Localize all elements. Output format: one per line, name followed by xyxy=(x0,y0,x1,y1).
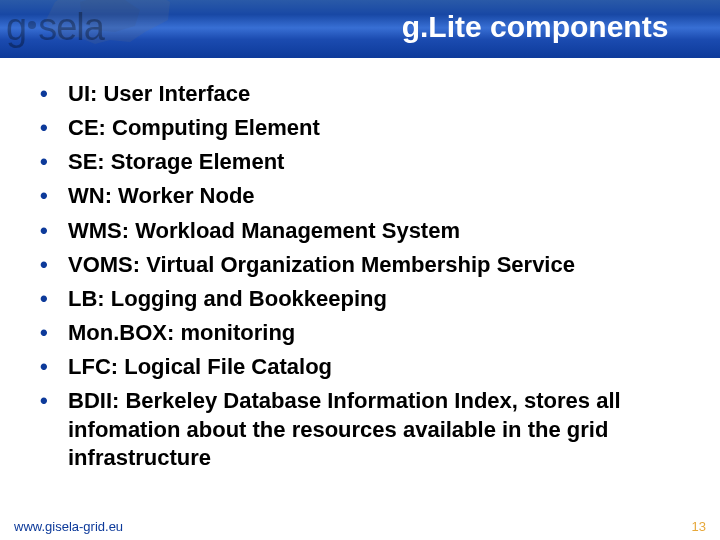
list-item: •Mon.BOX: monitoring xyxy=(40,319,690,347)
bullet-icon: • xyxy=(40,114,68,142)
list-item: •WMS: Workload Management System xyxy=(40,217,690,245)
bullet-icon: • xyxy=(40,285,68,313)
bullet-icon: • xyxy=(40,182,68,210)
list-item-text: Mon.BOX: monitoring xyxy=(68,319,690,347)
bullet-icon: • xyxy=(40,148,68,176)
slide: g s ela g.Lite components •UI: User Inte… xyxy=(0,0,720,540)
footer-url: www.gisela-grid.eu xyxy=(14,519,123,534)
logo-text-left: g xyxy=(6,8,26,46)
slide-footer: www.gisela-grid.eu 13 xyxy=(0,512,720,540)
list-item-text: UI: User Interface xyxy=(68,80,690,108)
logo: g s ela xyxy=(0,0,170,58)
page-title: g.Lite components xyxy=(360,10,710,44)
list-item-text: SE: Storage Element xyxy=(68,148,690,176)
footer-page-number: 13 xyxy=(692,519,706,534)
list-item: •BDII: Berkeley Database Information Ind… xyxy=(40,387,690,471)
list-item: •SE: Storage Element xyxy=(40,148,690,176)
slide-header: g s ela g.Lite components xyxy=(0,0,720,58)
logo-text-mid: s xyxy=(38,8,56,46)
bullet-icon: • xyxy=(40,80,68,108)
list-item-text: LFC: Logical File Catalog xyxy=(68,353,690,381)
list-item-text: CE: Computing Element xyxy=(68,114,690,142)
list-item-text: WMS: Workload Management System xyxy=(68,217,690,245)
list-item: •UI: User Interface xyxy=(40,80,690,108)
list-item: •CE: Computing Element xyxy=(40,114,690,142)
list-item: •LB: Logging and Bookkeeping xyxy=(40,285,690,313)
list-item-text: VOMS: Virtual Organization Membership Se… xyxy=(68,251,690,279)
bullet-list: •UI: User Interface•CE: Computing Elemen… xyxy=(40,80,690,478)
list-item: •WN: Worker Node xyxy=(40,182,690,210)
list-item: •LFC: Logical File Catalog xyxy=(40,353,690,381)
list-item-text: WN: Worker Node xyxy=(68,182,690,210)
list-item-text: LB: Logging and Bookkeeping xyxy=(68,285,690,313)
bullet-icon: • xyxy=(40,353,68,381)
list-item-text: BDII: Berkeley Database Information Inde… xyxy=(68,387,690,471)
bullet-icon: • xyxy=(40,319,68,347)
bullet-icon: • xyxy=(40,217,68,245)
logo-text-right: ela xyxy=(56,8,104,46)
logo-text: g s ela xyxy=(6,8,170,46)
logo-dot-icon xyxy=(28,21,36,29)
bullet-icon: • xyxy=(40,387,68,415)
list-item: •VOMS: Virtual Organization Membership S… xyxy=(40,251,690,279)
bullet-icon: • xyxy=(40,251,68,279)
